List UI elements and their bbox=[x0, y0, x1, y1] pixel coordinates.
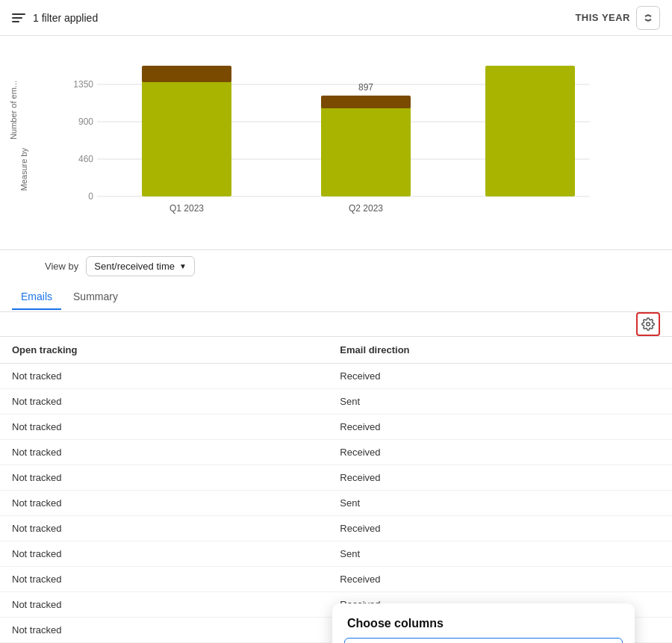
tab-emails[interactable]: Emails bbox=[12, 285, 61, 310]
cell-email-direction: Received bbox=[328, 567, 672, 592]
table-row: Not tracked Sent bbox=[0, 389, 672, 414]
cell-email-direction: Sent bbox=[328, 541, 672, 567]
settings-button[interactable] bbox=[636, 312, 660, 336]
filter-icon[interactable] bbox=[12, 13, 25, 22]
table-row: Not tracked Received bbox=[0, 414, 672, 440]
view-by-row: View by Sent/received time ▼ bbox=[0, 250, 672, 282]
svg-rect-9 bbox=[142, 66, 231, 82]
cell-open-tracking: Not tracked bbox=[0, 592, 328, 618]
cell-open-tracking: Not tracked bbox=[0, 516, 328, 541]
data-table: Open tracking Email direction Not tracke… bbox=[0, 337, 672, 643]
cell-email-direction: Received bbox=[328, 364, 672, 389]
table-row: Not tracked Received bbox=[0, 440, 672, 465]
svg-text:0: 0 bbox=[88, 191, 93, 202]
table-row: Not tracked Sent bbox=[0, 541, 672, 567]
col-open-tracking: Open tracking bbox=[0, 337, 328, 364]
cell-email-direction: Received bbox=[328, 414, 672, 440]
year-selector-button[interactable] bbox=[636, 6, 660, 30]
svg-text:Q1 2023: Q1 2023 bbox=[169, 203, 204, 214]
table-row: Not tracked Sent bbox=[0, 491, 672, 516]
view-by-dropdown-icon: ▼ bbox=[179, 262, 187, 270]
cell-open-tracking: Not tracked bbox=[0, 389, 328, 414]
table-row: Not tracked Received bbox=[0, 364, 672, 389]
chart-area: Number of em... Measure by 0 460 900 135… bbox=[0, 36, 672, 250]
svg-text:1350: 1350 bbox=[73, 79, 93, 90]
svg-point-16 bbox=[647, 323, 650, 326]
col-email-direction: Email direction bbox=[328, 337, 672, 364]
cell-email-direction: Received bbox=[328, 516, 672, 541]
cell-open-tracking: Not tracked bbox=[0, 414, 328, 440]
header: 1 filter applied THIS YEAR bbox=[0, 0, 672, 36]
measure-by-label: Measure by bbox=[19, 148, 28, 190]
view-by-text: View by bbox=[45, 261, 78, 272]
svg-text:Q2 2023: Q2 2023 bbox=[349, 203, 383, 214]
cell-open-tracking: Not tracked bbox=[0, 491, 328, 516]
tabs-row: Emails Summary bbox=[0, 282, 672, 312]
this-year-label: THIS YEAR bbox=[575, 12, 630, 23]
table-row: Not tracked Received bbox=[0, 465, 672, 491]
table-row: Not tracked Received bbox=[0, 516, 672, 541]
choose-columns-panel: Choose columns VISIBLE Email direction O… bbox=[332, 603, 635, 643]
y-axis-label: Number of em... bbox=[9, 81, 18, 140]
header-left: 1 filter applied bbox=[12, 12, 98, 24]
view-by-select[interactable]: Sent/received time ▼ bbox=[86, 256, 195, 276]
cell-open-tracking: Not tracked bbox=[0, 618, 328, 643]
search-box[interactable] bbox=[344, 638, 623, 643]
view-by-option: Sent/received time bbox=[94, 261, 175, 272]
tab-summary[interactable]: Summary bbox=[64, 285, 127, 310]
svg-rect-11 bbox=[321, 96, 411, 108]
svg-text:897: 897 bbox=[358, 82, 373, 93]
cell-open-tracking: Not tracked bbox=[0, 440, 328, 465]
svg-rect-8 bbox=[142, 75, 231, 196]
table-row: Not tracked Received bbox=[0, 567, 672, 592]
cell-open-tracking: Not tracked bbox=[0, 465, 328, 491]
cell-open-tracking: Not tracked bbox=[0, 364, 328, 389]
svg-rect-10 bbox=[321, 105, 411, 196]
bar-chart: 0 460 900 1350 897 Q1 2023 Q2 2 bbox=[49, 47, 646, 226]
header-right: THIS YEAR bbox=[575, 6, 660, 30]
cell-email-direction: Received bbox=[328, 465, 672, 491]
svg-rect-13 bbox=[485, 66, 575, 196]
svg-text:460: 460 bbox=[78, 154, 93, 164]
cell-email-direction: Received bbox=[328, 440, 672, 465]
svg-text:900: 900 bbox=[78, 117, 93, 127]
cell-email-direction: Sent bbox=[328, 491, 672, 516]
filter-label: 1 filter applied bbox=[33, 12, 98, 24]
table-area: Open tracking Email direction Not tracke… bbox=[0, 312, 672, 643]
cell-open-tracking: Not tracked bbox=[0, 541, 328, 567]
cell-open-tracking: Not tracked bbox=[0, 567, 328, 592]
cell-email-direction: Sent bbox=[328, 389, 672, 414]
panel-title: Choose columns bbox=[332, 603, 635, 638]
main-content: Number of em... Measure by 0 460 900 135… bbox=[0, 36, 672, 643]
